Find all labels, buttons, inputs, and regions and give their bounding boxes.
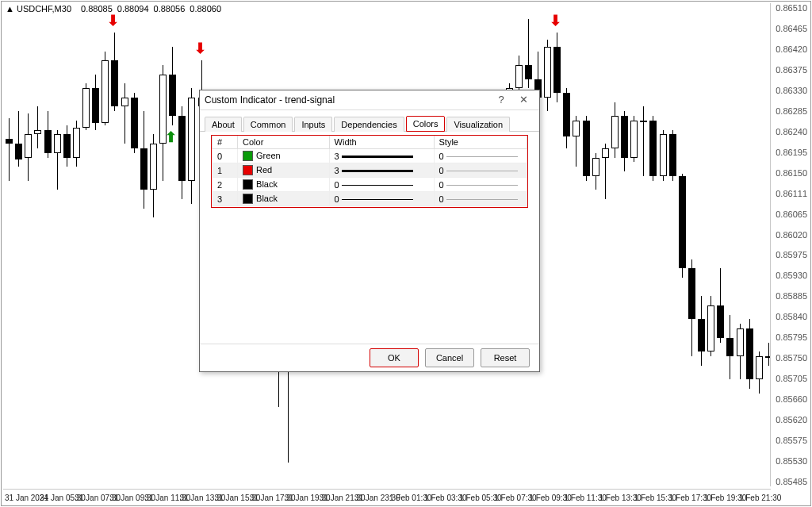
signal-arrow-down-icon: ⬇: [550, 13, 561, 28]
width-cell[interactable]: 0: [329, 178, 434, 192]
price-tick: 0.85930: [776, 271, 807, 280]
candle[interactable]: [82, 14, 90, 488]
candle[interactable]: [553, 14, 561, 488]
color-row[interactable]: 0Green3 0: [213, 149, 527, 163]
candle[interactable]: [44, 14, 52, 488]
candle[interactable]: [688, 14, 696, 488]
price-tick: 0.86111: [776, 189, 807, 198]
price-tick: 0.85840: [776, 312, 807, 321]
line-style-sample-icon: [446, 156, 518, 157]
dialog-titlebar[interactable]: Custom Indicator - trend-signal ? ✕: [200, 90, 539, 110]
tab-common[interactable]: Common: [243, 117, 293, 132]
candle[interactable]: [668, 14, 677, 488]
candle[interactable]: [91, 14, 100, 488]
color-row[interactable]: 1Red3 0: [213, 163, 527, 178]
candle[interactable]: [101, 14, 109, 488]
candle[interactable]: [24, 14, 33, 488]
candle[interactable]: [726, 14, 734, 488]
candle[interactable]: [168, 14, 177, 488]
candle[interactable]: [149, 14, 158, 488]
candle[interactable]: [649, 14, 657, 488]
candle[interactable]: [678, 14, 687, 488]
candle[interactable]: [630, 14, 638, 488]
candle[interactable]: [620, 14, 629, 488]
col-width[interactable]: Width: [329, 136, 434, 149]
close-button[interactable]: ✕: [512, 93, 534, 107]
candle[interactable]: [63, 14, 71, 488]
candle[interactable]: [5, 14, 13, 488]
price-tick: 0.85620: [776, 415, 807, 424]
candle[interactable]: [53, 14, 62, 488]
price-tick: 0.86375: [776, 65, 807, 75]
price-tick: 0.85530: [776, 456, 807, 466]
color-cell[interactable]: Green: [238, 149, 330, 163]
help-button[interactable]: ?: [490, 93, 512, 107]
chart-title: ▲ USDCHF,M30 0.88085 0.88094 0.88056 0.8…: [6, 4, 221, 13]
signal-arrow-down-icon: ⬇: [107, 13, 119, 28]
candle[interactable]: [72, 14, 81, 488]
candle[interactable]: [140, 14, 148, 488]
time-axis[interactable]: 31 Jan 202431 Jan 05:3031 Jan 07:3031 Ja…: [3, 489, 771, 504]
candle[interactable]: [697, 14, 706, 488]
candle[interactable]: [543, 14, 552, 488]
tab-dependencies[interactable]: Dependencies: [334, 117, 404, 132]
style-cell[interactable]: 0: [434, 178, 527, 192]
candle[interactable]: [572, 14, 580, 488]
color-row[interactable]: 2Black0 0: [213, 178, 527, 192]
tab-about[interactable]: About: [205, 117, 242, 132]
reset-button[interactable]: Reset: [481, 348, 530, 367]
style-cell[interactable]: 0: [434, 149, 527, 163]
price-tick: 0.86285: [776, 106, 807, 116]
colors-table[interactable]: #ColorWidthStyle0Green3 0 1Red3 0 2Black…: [212, 136, 527, 206]
candle[interactable]: [716, 14, 725, 488]
row-index: 2: [213, 178, 238, 192]
color-cell[interactable]: Black: [238, 178, 330, 192]
candle[interactable]: [178, 14, 186, 488]
candle[interactable]: [601, 14, 610, 488]
candle[interactable]: [582, 14, 591, 488]
cancel-button[interactable]: Cancel: [425, 348, 474, 367]
candle[interactable]: [745, 14, 754, 488]
candle[interactable]: [639, 14, 648, 488]
ohlc-close: 0.88060: [190, 4, 221, 13]
candle[interactable]: [33, 14, 42, 488]
price-tick: 0.85885: [776, 291, 807, 301]
candle[interactable]: [611, 14, 619, 488]
col-idx[interactable]: #: [213, 136, 238, 149]
ok-button[interactable]: OK: [370, 348, 419, 367]
chart-symbol: ▲ USDCHF,M30: [6, 4, 71, 13]
color-cell[interactable]: Red: [238, 163, 330, 178]
ohlc-high: 0.88094: [117, 4, 149, 13]
col-color[interactable]: Color: [238, 136, 330, 149]
candle[interactable]: [110, 14, 119, 488]
candle[interactable]: [14, 14, 23, 488]
price-tick: 0.85750: [776, 353, 807, 363]
col-style[interactable]: Style: [434, 136, 527, 149]
candle[interactable]: [562, 14, 571, 488]
price-tick: 0.86240: [776, 127, 807, 136]
candle[interactable]: [187, 14, 196, 488]
candle[interactable]: [707, 14, 715, 488]
style-cell[interactable]: 0: [434, 163, 527, 178]
tab-inputs[interactable]: Inputs: [294, 117, 332, 132]
candle[interactable]: [592, 14, 600, 488]
width-cell[interactable]: 3: [329, 163, 434, 178]
candle[interactable]: [159, 14, 167, 488]
candle[interactable]: [736, 14, 745, 488]
price-tick: 0.86150: [776, 168, 807, 178]
price-tick: 0.86510: [776, 3, 807, 13]
tab-colors[interactable]: Colors: [406, 116, 446, 132]
candle[interactable]: [121, 14, 129, 488]
price-axis[interactable]: 0.865100.864650.864200.863750.863300.862…: [770, 3, 809, 486]
candle[interactable]: [659, 14, 668, 488]
line-width-sample-icon: [342, 170, 413, 172]
width-cell[interactable]: 0: [329, 192, 434, 206]
style-cell[interactable]: 0: [434, 192, 527, 206]
tab-visualization[interactable]: Visualization: [446, 117, 510, 132]
line-width-sample-icon: [342, 185, 413, 186]
candle[interactable]: [130, 14, 139, 488]
candle[interactable]: [755, 14, 764, 488]
width-cell[interactable]: 3: [329, 149, 434, 163]
color-cell[interactable]: Black: [238, 192, 330, 206]
color-row[interactable]: 3Black0 0: [213, 192, 527, 206]
